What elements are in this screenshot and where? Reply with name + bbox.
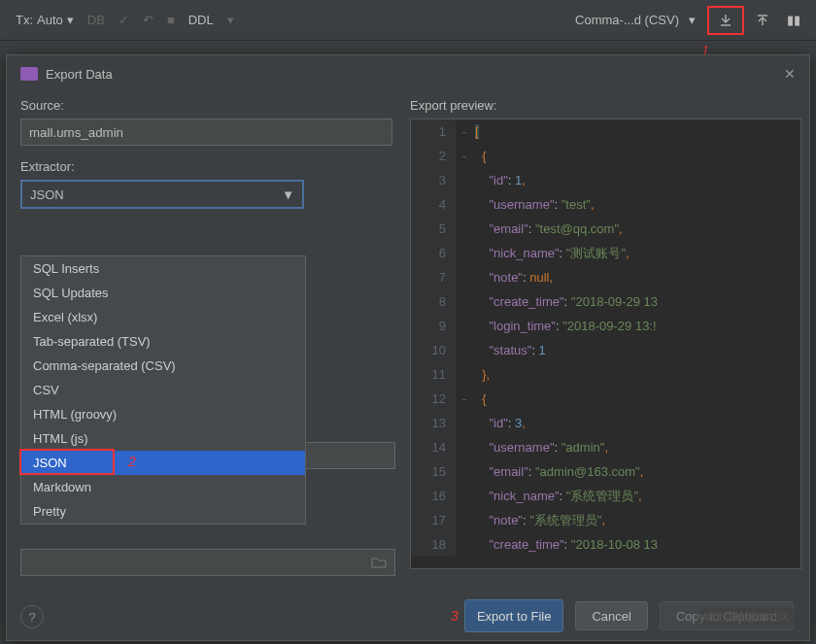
code-line: 16 "nick_name": "系统管理员", <box>411 484 800 508</box>
close-icon[interactable]: ✕ <box>784 66 796 82</box>
code-line: 18 "create_time": "2018-10-08 13 <box>411 532 800 557</box>
code-line: 17 "note": "系统管理员", <box>411 508 800 532</box>
folder-icon[interactable] <box>363 557 394 568</box>
annotation-box-2 <box>19 449 115 475</box>
code-line: 13 "id": 3, <box>411 411 800 435</box>
line-number: 4 <box>411 192 456 217</box>
dropdown-item-comma-separated-csv-[interactable]: Comma-separated (CSV) <box>21 354 305 378</box>
fold-icon[interactable]: - <box>456 149 473 163</box>
code-text: "login_time": "2018-09-29 13:! <box>473 319 657 333</box>
upload-button[interactable] <box>750 10 775 31</box>
output-path-field[interactable] <box>20 549 395 576</box>
dropdown-item-pretty[interactable]: Pretty <box>21 499 305 524</box>
code-line: 4 "username": "test", <box>411 192 800 217</box>
extractor-select[interactable]: JSON ▼ <box>20 180 304 209</box>
extractor-dropdown: SQL InsertsSQL UpdatesExcel (xlsx)Tab-se… <box>20 255 306 525</box>
export-to-file-button[interactable]: Export to File <box>464 599 564 632</box>
preview-label: Export preview: <box>410 98 801 113</box>
dropdown-item-tab-separated-tsv-[interactable]: Tab-separated (TSV) <box>21 329 305 354</box>
line-number: 7 <box>411 265 456 289</box>
dropdown-item-sql-inserts[interactable]: SQL Inserts <box>21 256 305 281</box>
tx-mode-dropdown[interactable]: Tx: Auto ▾ <box>10 9 80 31</box>
fold-icon[interactable]: - <box>456 391 473 406</box>
format-label: Comma-...d (CSV) <box>575 13 679 27</box>
code-text: "nick_name": "测试账号", <box>473 245 629 262</box>
source-input[interactable] <box>20 119 392 146</box>
export-data-dialog: Export Data ✕ Source: Extractor: JSON ▼ … <box>6 54 810 641</box>
chevron-down-icon: ▾ <box>689 13 696 27</box>
dialog-titlebar: Export Data ✕ <box>7 55 809 92</box>
code-text: "note": "系统管理员", <box>473 512 605 529</box>
export-download-button[interactable] <box>707 6 744 35</box>
format-dropdown[interactable]: Comma-...d (CSV) ▾ <box>569 9 701 31</box>
line-number: 9 <box>411 314 456 338</box>
code-line: 3 "id": 1, <box>411 168 800 192</box>
line-number: 15 <box>411 459 456 484</box>
copy-to-clipboard-button[interactable]: Copy to Clipboard <box>660 601 794 630</box>
dropdown-item-html-groovy-[interactable]: HTML (groovy) <box>21 402 305 426</box>
line-number: 13 <box>411 411 456 435</box>
upload-icon <box>756 14 769 27</box>
code-line: 6 "nick_name": "测试账号", <box>411 241 800 265</box>
line-number: 3 <box>411 168 456 192</box>
code-text: [ <box>473 124 479 139</box>
dropdown-item-excel-xlsx-[interactable]: Excel (xlsx) <box>21 305 305 329</box>
line-number: 2 <box>411 144 456 168</box>
code-text: { <box>473 391 487 406</box>
dropdown-item-csv[interactable]: CSV <box>21 378 305 402</box>
line-number: 17 <box>411 508 456 532</box>
extractor-label: Extractor: <box>20 159 392 174</box>
export-preview[interactable]: 1-[2- {3 "id": 1,4 "username": "test",5 … <box>410 119 801 569</box>
dropdown-item-markdown[interactable]: Markdown <box>21 475 305 499</box>
download-icon <box>719 14 732 27</box>
code-text: }, <box>473 367 490 382</box>
chevron-down-icon[interactable]: ▾ <box>221 9 240 31</box>
code-line: 2- { <box>411 144 800 168</box>
line-number: 5 <box>411 217 456 241</box>
help-button[interactable]: ? <box>20 605 44 628</box>
code-text: "note": null, <box>473 270 553 285</box>
dropdown-item-sql-updates[interactable]: SQL Updates <box>21 281 305 305</box>
chevron-down-icon: ▼ <box>282 187 294 202</box>
ddl-button[interactable]: DDL <box>183 9 220 31</box>
code-line: 7 "note": null, <box>411 265 800 289</box>
code-line: 9 "login_time": "2018-09-29 13:! <box>411 314 800 338</box>
line-number: 11 <box>411 362 456 387</box>
db-icon[interactable]: DB <box>82 9 111 31</box>
stop-icon[interactable]: ■ <box>161 9 181 31</box>
code-line: 5 "email": "test@qq.com", <box>411 217 800 241</box>
code-line: 15 "email": "admin@163.com", <box>411 459 800 484</box>
dialog-icon <box>20 67 38 81</box>
tx-label: Tx: <box>16 13 33 27</box>
code-text: "create_time": "2018-10-08 13 <box>473 537 658 552</box>
line-number: 14 <box>411 435 456 459</box>
dialog-title: Export Data <box>46 67 113 82</box>
code-text: { <box>473 149 487 163</box>
code-text: "status": 1 <box>473 343 546 357</box>
left-panel: Source: Extractor: JSON ▼ ed SQL Inserts… <box>7 92 406 592</box>
fold-icon[interactable]: - <box>456 124 473 139</box>
code-text: "username": "admin", <box>473 440 608 455</box>
dialog-footer: ? 3 Export to File Cancel Copy to Clipbo… <box>7 592 809 640</box>
code-text: "id": 3, <box>473 416 526 430</box>
cancel-button[interactable]: Cancel <box>575 601 647 630</box>
code-line: 10 "status": 1 <box>411 338 800 362</box>
extractor-value: JSON <box>30 187 64 202</box>
line-number: 18 <box>411 532 456 557</box>
settings-button[interactable]: ▮▮ <box>781 9 806 31</box>
line-number: 16 <box>411 484 456 508</box>
code-line: 8 "create_time": "2018-09-29 13 <box>411 289 800 314</box>
line-number: 6 <box>411 241 456 265</box>
code-line: 14 "username": "admin", <box>411 435 800 459</box>
code-text: "id": 1, <box>473 173 526 187</box>
commit-icon[interactable]: ✓ <box>113 9 135 31</box>
dropdown-item-html-js-[interactable]: HTML (js) <box>21 426 305 451</box>
code-text: "nick_name": "系统管理员", <box>473 488 642 505</box>
line-number: 12 <box>411 387 456 411</box>
rollback-icon[interactable]: ↶ <box>137 9 159 31</box>
annotation-2: 2 <box>128 454 136 469</box>
dropdown-item-json[interactable]: JSON2 <box>21 451 305 475</box>
code-text: "username": "test", <box>473 197 595 212</box>
code-text: "email": "admin@163.com", <box>473 464 643 479</box>
code-line: 12- { <box>411 387 800 411</box>
